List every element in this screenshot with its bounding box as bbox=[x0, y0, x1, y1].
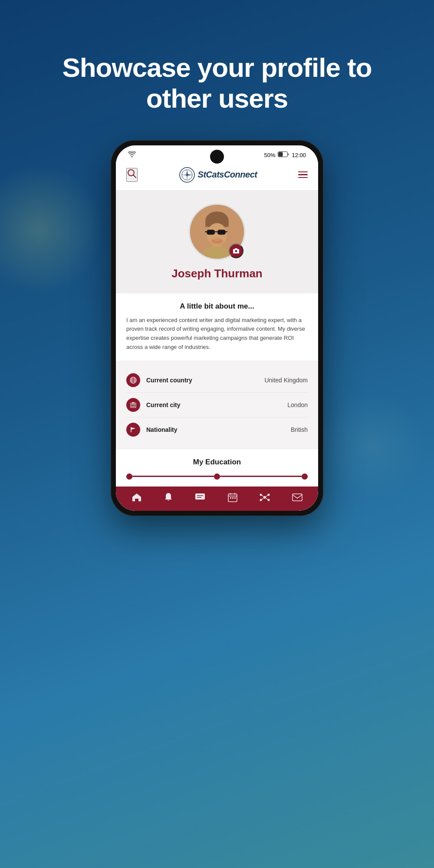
hero-section: Showcase your profile to other users bbox=[0, 0, 434, 140]
nav-home[interactable] bbox=[132, 493, 142, 502]
info-row-country: Current country United Kingdom bbox=[126, 368, 308, 393]
battery-percentage: 50% bbox=[264, 152, 275, 158]
svg-line-50 bbox=[266, 495, 268, 497]
svg-point-48 bbox=[267, 499, 270, 501]
svg-line-52 bbox=[266, 498, 268, 500]
education-title: My Education bbox=[126, 458, 308, 467]
globe-icon bbox=[126, 373, 140, 387]
profile-section: Joseph Thurman bbox=[116, 191, 318, 293]
info-row-nationality: Nationality British bbox=[126, 418, 308, 442]
nav-messages[interactable] bbox=[195, 493, 205, 502]
timeline-line-2 bbox=[220, 476, 302, 477]
svg-point-19 bbox=[235, 250, 237, 252]
svg-rect-32 bbox=[132, 402, 135, 403]
menu-button[interactable] bbox=[298, 171, 308, 178]
svg-rect-13 bbox=[207, 230, 215, 234]
svg-line-3 bbox=[134, 175, 136, 178]
bottom-nav bbox=[116, 487, 318, 511]
svg-rect-27 bbox=[133, 404, 134, 405]
status-bar: 50% 12:00 bbox=[116, 145, 318, 162]
app-header: StCatsConnect bbox=[116, 162, 318, 191]
svg-rect-34 bbox=[195, 493, 205, 500]
country-label: Current country bbox=[146, 377, 264, 384]
nav-notifications[interactable] bbox=[164, 493, 173, 502]
svg-rect-29 bbox=[132, 406, 132, 407]
hero-title: Showcase your profile to other users bbox=[35, 52, 399, 114]
nationality-value: British bbox=[291, 426, 308, 433]
right-status: 50% 12:00 bbox=[264, 151, 306, 158]
timeline-dot-1 bbox=[126, 473, 132, 480]
country-value: United Kingdom bbox=[264, 377, 308, 384]
svg-rect-1 bbox=[279, 152, 283, 157]
nav-network[interactable] bbox=[260, 493, 270, 502]
camera-notch bbox=[210, 150, 224, 164]
svg-line-49 bbox=[262, 495, 264, 497]
svg-point-45 bbox=[260, 493, 262, 496]
svg-rect-30 bbox=[133, 406, 134, 407]
clock: 12:00 bbox=[292, 152, 306, 158]
city-value: London bbox=[287, 401, 308, 408]
svg-point-44 bbox=[263, 496, 266, 499]
svg-point-46 bbox=[267, 493, 270, 496]
phone-screen: 50% 12:00 bbox=[116, 145, 318, 511]
phone-frame: 50% 12:00 bbox=[111, 140, 323, 516]
svg-line-51 bbox=[262, 498, 264, 500]
timeline-dot-3 bbox=[302, 473, 308, 480]
wifi-icon bbox=[128, 151, 136, 159]
info-section: Current country United Kingdom bbox=[116, 361, 318, 449]
nav-calendar[interactable] bbox=[228, 493, 237, 502]
svg-rect-25 bbox=[131, 403, 136, 408]
svg-rect-43 bbox=[234, 497, 236, 499]
logo-text: StCatsConnect bbox=[198, 170, 257, 180]
svg-rect-31 bbox=[134, 406, 135, 407]
svg-rect-41 bbox=[230, 497, 231, 499]
svg-rect-53 bbox=[293, 494, 302, 501]
battery-icon bbox=[278, 151, 289, 158]
svg-point-18 bbox=[210, 238, 224, 244]
about-text: I am an experienced content writer and d… bbox=[126, 316, 308, 352]
svg-point-47 bbox=[260, 499, 262, 501]
profile-name: Joseph Thurman bbox=[171, 267, 262, 280]
flag-icon bbox=[126, 423, 140, 437]
svg-rect-26 bbox=[132, 404, 132, 405]
svg-point-6 bbox=[186, 174, 188, 176]
svg-rect-14 bbox=[217, 230, 226, 234]
svg-rect-42 bbox=[232, 497, 233, 499]
education-timeline bbox=[126, 473, 308, 480]
timeline-dot-2 bbox=[214, 473, 220, 480]
camera-button[interactable] bbox=[229, 243, 243, 258]
nationality-label: Nationality bbox=[146, 426, 291, 433]
avatar-wrapper bbox=[189, 204, 245, 260]
about-title: A little bit about me... bbox=[126, 302, 308, 311]
timeline-line-1 bbox=[132, 476, 214, 477]
svg-rect-28 bbox=[134, 404, 135, 405]
info-row-city: Current city London bbox=[126, 393, 308, 418]
logo-icon bbox=[179, 167, 195, 183]
app-logo: StCatsConnect bbox=[179, 167, 257, 183]
education-section: My Education bbox=[116, 449, 318, 487]
city-label: Current city bbox=[146, 401, 287, 408]
about-section: A little bit about me... I am an experie… bbox=[116, 293, 318, 361]
building-icon bbox=[126, 398, 140, 412]
search-button[interactable] bbox=[126, 168, 138, 182]
nav-email[interactable] bbox=[292, 493, 302, 501]
